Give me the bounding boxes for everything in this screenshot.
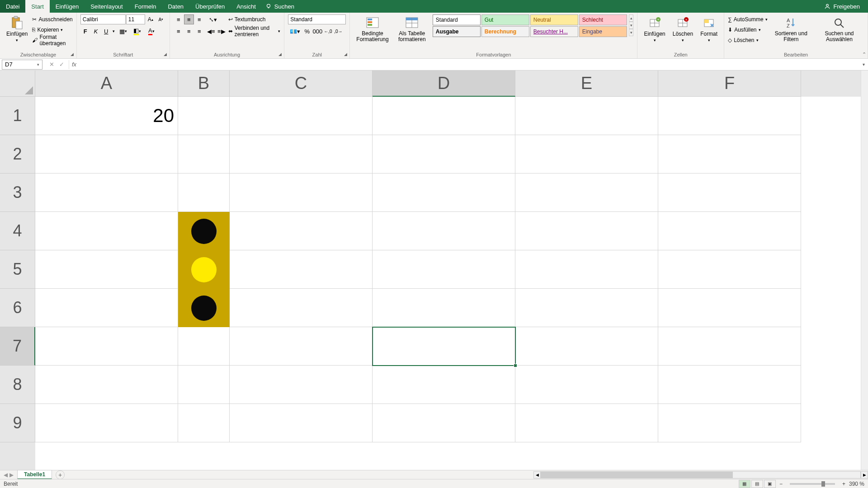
column-header-B[interactable]: B (178, 70, 230, 97)
tab-einfuegen[interactable]: Einfügen (50, 0, 85, 13)
cell-E3[interactable] (515, 174, 658, 212)
cell-E7[interactable] (515, 327, 658, 366)
cell-B2[interactable] (178, 135, 230, 174)
format-cells-button[interactable]: Format▾ (698, 14, 720, 43)
cell-A3[interactable] (35, 174, 178, 212)
tab-formeln[interactable]: Formeln (129, 0, 162, 13)
name-box[interactable]: D7 ▾ (2, 60, 42, 70)
row-header-8[interactable]: 8 (0, 366, 35, 404)
insert-cells-button[interactable]: + Einfügen▾ (641, 14, 668, 43)
paste-button[interactable]: Einfügen ▾ (4, 14, 30, 43)
select-all-corner[interactable] (0, 70, 35, 97)
cell-E5[interactable] (515, 250, 658, 289)
normal-view-button[interactable]: ▦ (739, 480, 750, 488)
font-color-button[interactable]: A▾ (145, 26, 158, 36)
cell-D7[interactable] (373, 327, 515, 366)
autosum-button[interactable]: ∑AutoSumme▾ (728, 14, 768, 24)
column-header-E[interactable]: E (515, 70, 658, 97)
cell-E8[interactable] (515, 366, 658, 404)
copy-button[interactable]: ⎘Kopieren▾ (32, 25, 72, 35)
align-bottom-button[interactable]: ≡ (194, 14, 204, 24)
increase-font-button[interactable]: A▴ (146, 14, 156, 24)
font-name-select[interactable] (80, 14, 126, 24)
underline-button[interactable]: U (101, 26, 111, 36)
cell-A6[interactable] (35, 289, 178, 327)
cell-E2[interactable] (515, 135, 658, 174)
collapse-ribbon-button[interactable]: ⌃ (862, 52, 866, 57)
row-header-3[interactable]: 3 (0, 174, 35, 212)
dialog-launcher-icon[interactable]: ◢ (69, 51, 75, 57)
style-gut[interactable]: Gut (481, 14, 529, 25)
bold-button[interactable]: F (80, 26, 90, 36)
increase-decimal-button[interactable]: ←,0 (323, 26, 333, 36)
cell-E4[interactable] (515, 212, 658, 250)
accounting-format-button[interactable]: 💶▾ (288, 26, 302, 36)
style-eingabe[interactable]: Eingabe (579, 26, 627, 37)
cell-D5[interactable] (373, 250, 515, 289)
column-header-D[interactable]: D (373, 70, 515, 97)
cell-A1[interactable]: 20 (35, 97, 178, 135)
format-as-table-button[interactable]: Als Tabelle formatieren (393, 14, 431, 43)
zoom-level[interactable]: 390 % (849, 481, 864, 487)
decrease-indent-button[interactable]: ◀≡ (206, 26, 216, 36)
column-header-C[interactable]: C (230, 70, 373, 97)
row-header-4[interactable]: 4 (0, 212, 35, 250)
cell-F4[interactable] (658, 212, 801, 250)
cell-F7[interactable] (658, 327, 801, 366)
cell-D3[interactable] (373, 174, 515, 212)
cell-B7[interactable] (178, 327, 230, 366)
style-besuchter[interactable]: Besuchter H... (530, 26, 578, 37)
delete-cells-button[interactable]: × Löschen▾ (670, 14, 696, 43)
cancel-formula-button[interactable]: ✕ (47, 60, 56, 69)
style-neutral[interactable]: Neutral (530, 14, 578, 25)
cell-B3[interactable] (178, 174, 230, 212)
comma-button[interactable]: 000 (312, 26, 322, 36)
cell-F6[interactable] (658, 289, 801, 327)
dialog-launcher-icon[interactable]: ◢ (342, 51, 349, 57)
cell-F9[interactable] (658, 404, 801, 442)
sheet-nav[interactable]: ◀▶ (0, 472, 17, 478)
font-size-select[interactable] (126, 14, 145, 24)
align-middle-button[interactable]: ≡ (184, 14, 194, 24)
scroll-down-icon[interactable]: ▾ (629, 22, 634, 29)
align-left-button[interactable]: ≡ (174, 26, 184, 36)
page-break-view-button[interactable]: ▣ (764, 480, 776, 488)
zoom-in-button[interactable]: + (842, 481, 845, 487)
style-ausgabe[interactable]: Ausgabe (433, 26, 481, 37)
orientation-button[interactable]: ⤡▾ (206, 14, 220, 24)
scroll-more-icon[interactable]: ▾ (629, 29, 634, 36)
border-button[interactable]: ▦▾ (117, 26, 130, 36)
cell-F5[interactable] (658, 250, 801, 289)
increase-indent-button[interactable]: ≡▶ (217, 26, 226, 36)
row-header-2[interactable]: 2 (0, 135, 35, 174)
sheet-prev-icon[interactable]: ◀ (4, 472, 8, 478)
tab-ansicht[interactable]: Ansicht (231, 0, 262, 13)
cell-A9[interactable] (35, 404, 178, 442)
sheet-tab-active[interactable]: Tabelle1 (17, 470, 52, 479)
tab-start[interactable]: Start (25, 0, 49, 13)
row-header-7[interactable]: 7 (0, 327, 35, 366)
align-top-button[interactable]: ≡ (174, 14, 184, 24)
cell-F1[interactable] (658, 97, 801, 135)
sort-filter-button[interactable]: AZ Sortieren und Filtern (769, 14, 813, 43)
cell-D2[interactable] (373, 135, 515, 174)
tab-seitenlayout[interactable]: Seitenlayout (85, 0, 129, 13)
percent-button[interactable]: % (302, 26, 312, 36)
clear-button[interactable]: ◇Löschen▾ (728, 35, 768, 45)
scroll-up-icon[interactable]: ▴ (629, 14, 634, 22)
cell-F2[interactable] (658, 135, 801, 174)
horizontal-scrollbar[interactable]: ◀ ▶ (533, 471, 868, 479)
cell-A4[interactable] (35, 212, 178, 250)
column-header-A[interactable]: A (35, 70, 178, 97)
cell-C5[interactable] (230, 250, 373, 289)
cell-E9[interactable] (515, 404, 658, 442)
cut-button[interactable]: ✂Ausschneiden (32, 14, 72, 24)
find-select-button[interactable]: Suchen und Auswählen (815, 14, 864, 43)
cell-D9[interactable] (373, 404, 515, 442)
style-berechnung[interactable]: Berechnung (481, 26, 529, 37)
cell-C9[interactable] (230, 404, 373, 442)
dialog-launcher-icon[interactable]: ◢ (277, 51, 283, 57)
expand-formula-bar-button[interactable]: ▾ (859, 62, 868, 67)
dialog-launcher-icon[interactable]: ◢ (162, 51, 169, 57)
cell-C3[interactable] (230, 174, 373, 212)
